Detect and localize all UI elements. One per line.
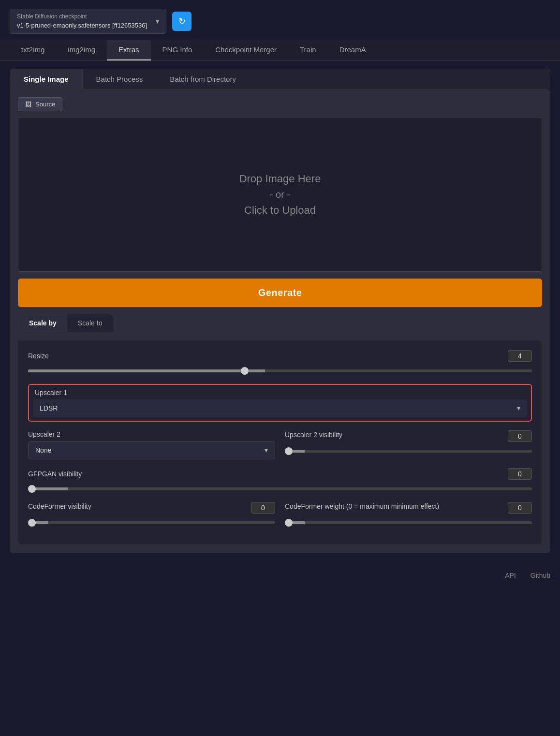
tab-batch-from-directory[interactable]: Batch from Directory: [156, 69, 250, 89]
tab-scale-to[interactable]: Scale to: [67, 314, 113, 332]
codeformer-visibility-slider[interactable]: [28, 521, 275, 524]
gfpgan-row: GFPGAN visibility 0: [28, 468, 532, 492]
sub-tabs: Single Image Batch Process Batch from Di…: [10, 69, 550, 89]
checkpoint-dropdown[interactable]: Stable Diffusion checkpoint v1-5-pruned-…: [10, 9, 166, 34]
upload-area[interactable]: Drop Image Here - or - Click to Upload: [18, 117, 542, 272]
resize-label: Resize: [28, 352, 49, 360]
tab-scale-by[interactable]: Scale by: [18, 314, 67, 332]
tab-batch-process[interactable]: Batch Process: [83, 69, 157, 89]
tab-train[interactable]: Train: [288, 40, 328, 60]
codeformer-weight-col: CodeFormer weight (0 = maximum minimum e…: [285, 502, 532, 526]
resize-value: 4: [508, 350, 532, 362]
upscaler2-visibility-col: Upscaler 2 visibility 0: [285, 430, 532, 459]
gfpgan-value: 0: [508, 468, 532, 480]
source-button[interactable]: 🖼 Source: [18, 97, 62, 111]
codeformer-row: CodeFormer visibility 0 CodeFormer weigh…: [28, 502, 532, 526]
codeformer-visibility-value: 0: [251, 502, 275, 514]
tab-dream[interactable]: DreamA: [328, 40, 378, 60]
upscaler1-dropdown[interactable]: LDSR ▾: [33, 399, 527, 417]
resize-slider[interactable]: [28, 369, 532, 372]
settings-panel: Resize 4 Upscaler 1 LDSR ▾ Upscaler 2: [18, 340, 542, 545]
resize-row: Resize 4: [28, 350, 532, 374]
codeformer-visibility-label: CodeFormer visibility: [28, 502, 91, 510]
tab-single-image[interactable]: Single Image: [10, 69, 83, 89]
upscaler2-label: Upscaler 2: [28, 430, 275, 438]
upscaler2-dropdown[interactable]: None ▾: [28, 441, 275, 459]
top-bar: Stable Diffusion checkpoint v1-5-pruned-…: [0, 0, 560, 40]
chevron-down-icon: ▾: [517, 404, 520, 412]
tab-checkpoint-merger[interactable]: Checkpoint Merger: [204, 40, 288, 60]
image-icon: 🖼: [25, 101, 31, 108]
upscaler1-label: Upscaler 1: [33, 389, 527, 397]
upscaler2-value: None: [35, 446, 51, 454]
checkpoint-label: Stable Diffusion checkpoint: [17, 13, 147, 20]
footer: API Github: [0, 561, 560, 590]
upload-click-text: Click to Upload: [244, 204, 316, 217]
upload-drop-text: Drop Image Here: [239, 173, 321, 185]
codeformer-weight-slider[interactable]: [285, 521, 532, 524]
upscaler1-highlighted-box: Upscaler 1 LDSR ▾: [28, 384, 532, 422]
upscaler1-value: LDSR: [40, 404, 58, 412]
refresh-checkpoint-button[interactable]: ↻: [172, 12, 192, 31]
upscaler2-visibility-value: 0: [508, 430, 532, 442]
upscaler2-visibility-label: Upscaler 2 visibility: [285, 431, 342, 439]
chevron-down-icon: ▾: [156, 17, 159, 25]
codeformer-visibility-col: CodeFormer visibility 0: [28, 502, 275, 526]
upscaler2-visibility-slider[interactable]: [285, 450, 532, 453]
main-content: Single Image Batch Process Batch from Di…: [0, 61, 560, 561]
gfpgan-slider[interactable]: [28, 487, 532, 490]
nav-tabs: txt2img img2img Extras PNG Info Checkpoi…: [0, 40, 560, 61]
extras-panel: 🖼 Source Drop Image Here - or - Click to…: [10, 89, 550, 553]
codeformer-weight-label: CodeFormer weight (0 = maximum minimum e…: [285, 502, 439, 510]
generate-button[interactable]: Generate: [18, 279, 542, 307]
tab-extras[interactable]: Extras: [107, 40, 151, 60]
chevron-down-icon: ▾: [265, 446, 268, 454]
tab-img2img[interactable]: img2img: [56, 40, 107, 60]
checkpoint-value: v1-5-pruned-emaonly.safetensors [ff12653…: [17, 22, 147, 29]
api-link[interactable]: API: [505, 572, 516, 579]
upscaler2-row: Upscaler 2 None ▾ Upscaler 2 visibility …: [28, 430, 532, 459]
source-label: Source: [35, 101, 55, 108]
upscaler2-col: Upscaler 2 None ▾: [28, 430, 275, 459]
tab-txt2img[interactable]: txt2img: [10, 40, 56, 60]
scale-tabs: Scale by Scale to: [18, 314, 113, 332]
refresh-icon: ↻: [178, 16, 186, 27]
tab-pnginfo[interactable]: PNG Info: [151, 40, 204, 60]
github-link[interactable]: Github: [531, 572, 550, 579]
upload-or-text: - or -: [270, 189, 290, 200]
codeformer-weight-value: 0: [508, 502, 532, 514]
gfpgan-label: GFPGAN visibility: [28, 470, 82, 478]
